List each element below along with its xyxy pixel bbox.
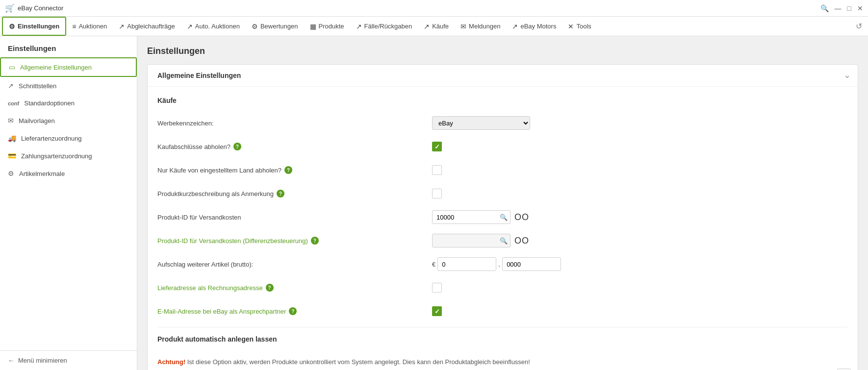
section-title-kaeufe: Käufe — [157, 97, 848, 107]
main-container: Einstellungen ▭ Allgemeine Einstellungen… — [0, 36, 868, 370]
control-email — [432, 306, 442, 316]
title-bar-left: 🛒 eBay Connector — [5, 3, 63, 13]
input-wrapper-produkt-id-diff: 🔍 — [432, 234, 511, 247]
glasses-icon-produkt-id[interactable]: OO — [514, 212, 529, 222]
input-produkt-id-versand[interactable] — [432, 210, 511, 224]
nav-label-auktionen: Auktionen — [78, 23, 107, 30]
nav-bar: ⚙ Einstellungen ≡ Auktionen ↗ Abgleichau… — [0, 17, 868, 36]
warning-body: Ist diese Option aktiv, werden Produkte … — [187, 358, 530, 366]
control-lieferadresse — [432, 283, 442, 293]
nav-item-einstellungen[interactable]: ⚙ Einstellungen — [2, 17, 66, 36]
sidebar-item-schnittstellen[interactable]: ↗ Schnittstellen — [0, 77, 137, 95]
checkbox-email[interactable] — [432, 306, 442, 316]
search-icon-produkt-id-diff[interactable]: 🔍 — [500, 237, 508, 245]
nav-item-kaeufe[interactable]: ↗ Käufe — [418, 17, 455, 36]
input-aufschlag-left[interactable] — [437, 257, 496, 271]
auktionen-nav-icon: ≡ — [72, 23, 76, 30]
sidebar-label-schnittstellen: Schnittstellen — [19, 82, 56, 90]
label-produkt-id-versand: Produkt-ID für Versandkosten — [157, 214, 432, 221]
app-icon: 🛒 — [5, 3, 15, 13]
warning-text: Achtung! Ist diese Option aktiv, werden … — [157, 358, 530, 366]
glasses-icon-produkt-id-diff[interactable]: OO — [514, 236, 529, 246]
auto-nav-icon: ↗ — [187, 23, 193, 30]
input-produkt-id-diff[interactable] — [432, 234, 511, 247]
form-row-email: E-Mail-Adresse bei eBay als Ansprechpart… — [157, 303, 848, 319]
form-row-produkt-id-diff: Produkt-ID für Versandkosten (Differenzb… — [157, 233, 848, 248]
sidebar-item-allgemeine[interactable]: ▭ Allgemeine Einstellungen — [0, 57, 137, 77]
select-werbekennzeichen[interactable]: eBay eBay Motors Sonstige — [432, 116, 530, 130]
minimize-menu-icon: ← — [8, 357, 14, 364]
help-icon-kaufabschluesse[interactable]: ? — [233, 143, 241, 150]
card-collapse-icon[interactable]: ⌄ — [843, 70, 851, 80]
meldungen-nav-icon: ✉ — [460, 23, 466, 30]
sidebar-minimize-button[interactable]: ← Menü minimieren — [0, 350, 137, 370]
close-icon[interactable]: ✕ — [857, 4, 863, 12]
schnittstellen-icon: ↗ — [8, 82, 14, 90]
sidebar-label-standardoptionen: Standardoptionen — [24, 99, 75, 107]
checkbox-produktkurz[interactable] — [432, 189, 442, 198]
help-icon-nur-kaeufe[interactable]: ? — [284, 166, 292, 174]
sidebar-menu: ▭ Allgemeine Einstellungen ↗ Schnittstel… — [0, 57, 137, 350]
sidebar-item-standardoptionen[interactable]: conf Standardoptionen — [0, 95, 137, 112]
nav-label-produkte: Produkte — [319, 23, 344, 30]
nav-item-ebay-motors[interactable]: ↗ eBay Motors — [506, 17, 562, 36]
nav-label-einstellungen: Einstellungen — [18, 23, 59, 30]
produkte-nav-icon: ▦ — [310, 23, 316, 30]
label-kaufabschluesse: Kaufabschlüsse abholen? ? — [157, 143, 432, 150]
checkbox-nur-kaeufe[interactable] — [432, 165, 442, 175]
sidebar-item-lieferartenzuordnung[interactable]: 🚚 Lieferartenzuordnung — [0, 129, 137, 147]
search-icon[interactable]: 🔍 — [820, 4, 829, 12]
form-row-werbekennzeichen: Werbekennzeichen: eBay eBay Motors Sonst… — [157, 115, 848, 131]
kaeufe-nav-icon: ↗ — [424, 23, 430, 30]
label-aufschlag: Aufschlag weiterer Artikel (brutto): — [157, 261, 432, 268]
lieferart-icon: 🚚 — [8, 134, 16, 142]
title-bar-right: 🔍 — □ ✕ — [820, 4, 863, 12]
help-icon-lieferadresse[interactable]: ? — [266, 284, 274, 292]
checkbox-kaufabschluesse[interactable] — [432, 142, 442, 151]
label-werbekennzeichen: Werbekennzeichen: — [157, 120, 432, 127]
nav-item-produkte[interactable]: ▦ Produkte — [304, 17, 350, 36]
help-icon-produkt-id-diff[interactable]: ? — [311, 237, 319, 245]
tools-nav-icon: ✕ — [568, 23, 574, 30]
sidebar-title: Einstellungen — [0, 36, 137, 57]
search-icon-produkt-id[interactable]: 🔍 — [500, 214, 508, 221]
form-row-kaufabschluesse: Kaufabschlüsse abholen? ? — [157, 139, 848, 154]
currency-group-aufschlag: € . — [432, 257, 561, 271]
input-aufschlag-right[interactable] — [502, 257, 561, 271]
nav-item-abgleichauftraege[interactable]: ↗ Abgleichaufträge — [113, 17, 181, 36]
sidebar-label-mailvorlagen: Mailvorlagen — [19, 117, 55, 124]
control-produkt-id-diff: 🔍 OO — [432, 234, 529, 247]
nav-item-tools[interactable]: ✕ Tools — [562, 17, 597, 36]
sidebar-item-zahlungsartenzuordnung[interactable]: 💳 Zahlungsartenzuordnung — [0, 147, 137, 165]
sidebar: Einstellungen ▭ Allgemeine Einstellungen… — [0, 36, 137, 370]
sidebar-label-allgemeine: Allgemeine Einstellungen — [20, 64, 92, 71]
nav-label-tools: Tools — [576, 23, 591, 30]
nav-item-bewertungen[interactable]: ⚙ Bewertungen — [246, 17, 304, 36]
section-divider — [157, 327, 848, 327]
maximize-icon[interactable]: □ — [847, 4, 851, 12]
sidebar-label-artikelmerkmale: Artikelmerkmale — [19, 170, 65, 177]
nav-bar-right: ↺ — [856, 17, 866, 36]
nav-item-faelle[interactable]: ↗ Fälle/Rückgaben — [350, 17, 418, 36]
content-area: Einstellungen Allgemeine Einstellungen ⌄… — [137, 36, 868, 370]
nav-item-auktionen[interactable]: ≡ Auktionen — [66, 17, 113, 36]
mailvorlagen-icon: ✉ — [8, 117, 14, 124]
nav-label-abgleichauftraege: Abgleichaufträge — [127, 23, 175, 30]
abgleich-nav-icon: ↗ — [119, 23, 125, 30]
app-title: eBay Connector — [18, 4, 63, 12]
form-row-aufschlag: Aufschlag weiterer Artikel (brutto): € . — [157, 256, 848, 272]
help-icon-email[interactable]: ? — [289, 307, 297, 315]
page-title: Einstellungen — [147, 46, 858, 56]
nav-refresh-icon[interactable]: ↺ — [856, 22, 862, 31]
control-produktkurz — [432, 189, 442, 198]
nav-item-meldungen[interactable]: ✉ Meldungen — [455, 17, 506, 36]
control-aufschlag: € . — [432, 257, 561, 271]
checkbox-lieferadresse[interactable] — [432, 283, 442, 293]
sidebar-item-mailvorlagen[interactable]: ✉ Mailvorlagen — [0, 112, 137, 129]
nav-label-auto-auktionen: Auto. Auktionen — [195, 23, 240, 30]
help-icon-produktkurz[interactable]: ? — [277, 190, 284, 197]
minimize-icon[interactable]: — — [835, 4, 842, 12]
sidebar-item-artikelmerkmale[interactable]: ⚙ Artikelmerkmale — [0, 165, 137, 182]
sidebar-label-lieferartenzuordnung: Lieferartenzuordnung — [21, 135, 82, 142]
nav-item-auto-auktionen[interactable]: ↗ Auto. Auktionen — [181, 17, 246, 36]
